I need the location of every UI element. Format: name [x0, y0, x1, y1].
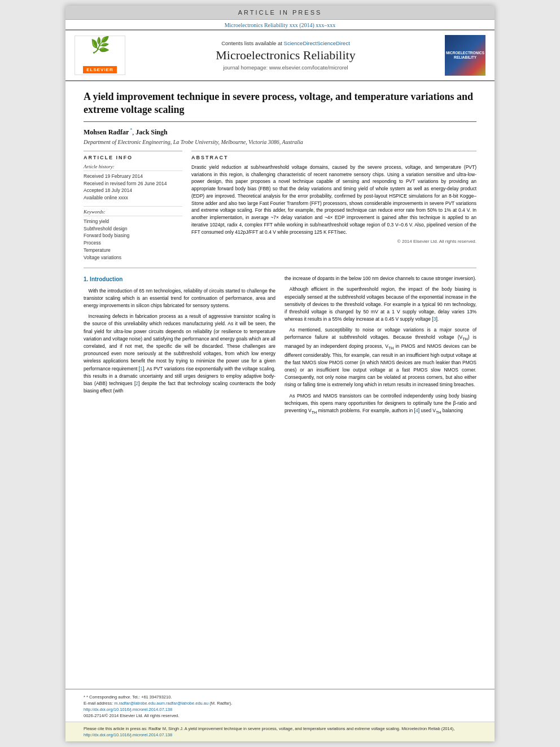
journal-title-text: Microelectronics Reliability: [137, 48, 435, 63]
corresponding-note: * * Corresponding author. Tel.: +61 3947…: [84, 694, 476, 700]
body-p2: Increasing defects in fabrication proces…: [84, 313, 275, 395]
authors-line: Mohsen Radfar *, Jack Singh: [84, 128, 476, 137]
keyword-5: Temperature: [84, 247, 182, 254]
contents-line: Contents lists available at ScienceDirec…: [137, 40, 435, 46]
body-col-left: 1. Introduction With the introduction of…: [84, 275, 275, 419]
journal-center: Contents lists available at ScienceDirec…: [131, 40, 440, 71]
sciencedirect-link[interactable]: ScienceDirect: [284, 40, 317, 46]
footnote-area: * * Corresponding author. Tel.: +61 3947…: [65, 689, 495, 722]
ref-3: 3: [434, 316, 436, 322]
body-p5: As mentioned, susceptibility to noise or…: [285, 326, 476, 388]
reliability-logo-text: MICROELECTRONICSRELIABILITY: [446, 51, 484, 60]
elsevier-tree-icon: 🌿: [90, 37, 110, 53]
citation-bar: Please cite this article in press as: Ra…: [65, 722, 495, 742]
reliability-logo: MICROELECTRONICSRELIABILITY: [440, 35, 485, 76]
citation-text: Please cite this article in press as: Ra…: [84, 726, 454, 731]
elsevier-logo-box: 🌿 ELSEVIER: [75, 36, 125, 75]
doi-link[interactable]: http://dx.doi.org/10.1016/j.microrel.201…: [84, 707, 172, 712]
elsevier-logo: 🌿 ELSEVIER: [75, 36, 131, 75]
ref-4: 4: [415, 408, 418, 413]
keywords-heading: Keywords:: [84, 209, 182, 216]
keyword-3: Forward body biasing: [84, 232, 182, 239]
section1-title: 1. Introduction: [84, 275, 275, 284]
email-label: E-mail address:: [84, 701, 113, 706]
journal-link-bar: Microelectronics Reliability xxx (2014) …: [65, 20, 495, 29]
body-p6: As PMOS and NMOS transistors can be cont…: [285, 392, 476, 416]
email-line: E-mail address: m.radfar@latrobe.edu.aum…: [84, 700, 476, 706]
affiliation: Department of Electronic Engineering, La…: [84, 139, 476, 145]
author-name: Mohsen Radfar: [84, 128, 129, 136]
copyright-line: © 2014 Elsevier Ltd. All rights reserved…: [191, 239, 476, 244]
author-name-2: Jack Singh: [135, 128, 167, 136]
corresponding-text: * Corresponding author. Tel.: +61 394793…: [86, 694, 172, 700]
aip-banner: ARTICLE IN PRESS: [65, 6, 495, 20]
elsevier-wordmark: ELSEVIER: [83, 66, 117, 73]
body-p3: the increase of dopants in the below 100…: [285, 275, 476, 282]
accepted-date: Accepted 18 July 2014: [84, 187, 182, 194]
article-history-heading: Article history:: [84, 164, 182, 171]
abstract-heading: ABSTRACT: [191, 155, 476, 160]
page-wrapper: ARTICLE IN PRESS Microelectronics Reliab…: [65, 6, 495, 741]
keyword-6: Voltage variations: [84, 254, 182, 261]
doi-line: http://dx.doi.org/10.1016/j.microrel.201…: [84, 706, 476, 713]
article-info-abstract: ARTICLE INFO Article history: Received 1…: [84, 151, 476, 261]
main-content: A yield improvement technique in severe …: [65, 81, 495, 689]
ref-1: 1: [140, 366, 143, 372]
section-divider: [84, 268, 476, 268]
citation-doi-link[interactable]: http://dx.doi.org/10.1016/j.microrel.201…: [84, 732, 172, 737]
online-date: Available online xxxx: [84, 194, 182, 202]
journal-header: 🌿 ELSEVIER Contents lists available at S…: [65, 29, 495, 81]
body-col-right: the increase of dopants in the below 100…: [285, 275, 476, 419]
reliability-logo-box: MICROELECTRONICSRELIABILITY: [445, 35, 485, 76]
article-info-col: ARTICLE INFO Article history: Received 1…: [84, 151, 182, 261]
body-p4: Although efficient in the superthreshold…: [285, 286, 476, 323]
abstract-col: ABSTRACT Drastic yield reduction at sub/…: [191, 151, 476, 261]
article-title: A yield improvement technique in severe …: [84, 90, 476, 122]
aip-text: ARTICLE IN PRESS: [238, 9, 322, 16]
email-suffix: (M. Radfar).: [209, 701, 232, 706]
body-text: 1. Introduction With the introduction of…: [84, 275, 476, 419]
keywords-section: Keywords: Timing yield Subthreshold desi…: [84, 206, 182, 261]
ref-2: 2: [135, 381, 138, 386]
journal-ref-text: Microelectronics Reliability xxx (2014) …: [225, 22, 336, 28]
body-p1: With the introduction of 65 nm technolog…: [84, 287, 275, 310]
received-date: Received 19 February 2014: [84, 173, 182, 180]
keyword-4: Process: [84, 239, 182, 247]
email-link[interactable]: m.radfar@latrobe.edu.au: [114, 701, 161, 706]
revised-date: Received in revised form 26 June 2014: [84, 180, 182, 187]
issn-line: 0026-2714/© 2014 Elsevier Ltd. All right…: [84, 713, 476, 719]
journal-homepage: journal homepage: www.elsevier.com/locat…: [137, 64, 435, 71]
article-info-heading: ARTICLE INFO: [84, 155, 182, 160]
keyword-1: Timing yield: [84, 218, 182, 225]
keyword-2: Subthreshold design: [84, 225, 182, 233]
abstract-text: Drastic yield reduction at sub/nearthres…: [191, 164, 476, 236]
